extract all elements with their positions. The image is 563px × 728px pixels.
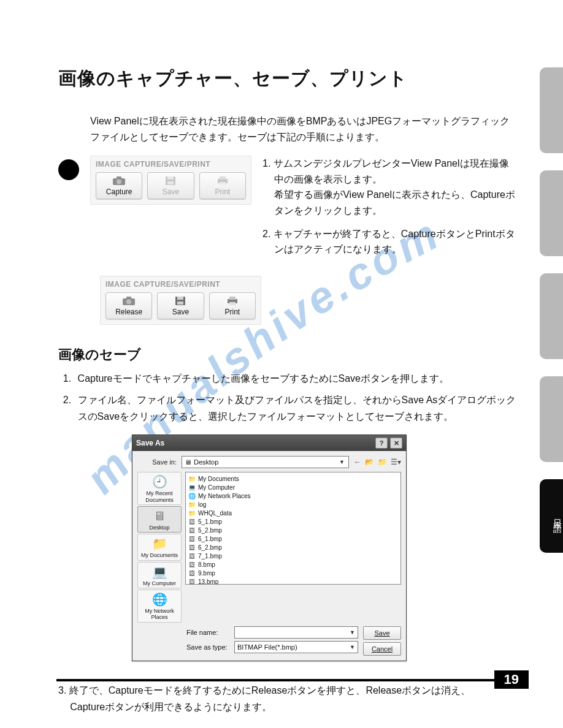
note-text: 3. 終了で、Captureモードを終了するためにReleaseボタンを押すと、… — [58, 682, 518, 699]
bullet-icon — [58, 159, 79, 180]
file-icon: 🖼 — [188, 536, 196, 542]
file-icon: 🖼 — [188, 578, 196, 585]
release-button[interactable]: Release — [105, 292, 152, 319]
footer-rule — [56, 679, 529, 681]
button-label: Print — [224, 308, 240, 316]
svg-rect-11 — [126, 297, 131, 299]
file-item[interactable]: 🖼8.bmp — [188, 560, 398, 569]
page-number: 19 — [494, 670, 529, 689]
file-name: 13.bmp — [198, 578, 218, 585]
up-icon[interactable]: 📂 — [365, 458, 374, 466]
places-item[interactable]: 🖥Desktop — [137, 506, 182, 533]
chevron-down-icon: ▼ — [338, 459, 346, 465]
step-text: 1. サムスンデジタルプレゼンターView Panelは現在撮像中の画像を表示し… — [262, 156, 518, 187]
printer-icon — [226, 295, 239, 306]
new-folder-icon[interactable]: 📁 — [378, 458, 387, 466]
file-name: My Computer — [198, 484, 235, 491]
file-item[interactable]: 📁WHQL_data — [188, 509, 398, 517]
place-label: My Documents — [141, 552, 178, 558]
capture-button[interactable]: Capture — [96, 172, 142, 199]
side-tab-active: 日本語 — [540, 479, 563, 553]
file-item[interactable]: 🖼7_1.bmp — [188, 552, 398, 560]
toolbar-title: IMAGE CAPTURE/SAVE/PRINT — [103, 279, 258, 292]
dialog-title-bar: Save As ? ✕ — [132, 435, 406, 451]
save-heading: 画像のセーブ — [58, 346, 518, 364]
save-button[interactable]: Save — [147, 172, 194, 199]
svg-rect-2 — [117, 176, 121, 179]
place-icon: 🌐 — [139, 593, 180, 607]
file-item[interactable]: 🖼5_2.bmp — [188, 526, 398, 534]
file-icon: 🖼 — [188, 544, 196, 551]
button-label: Print — [215, 188, 230, 196]
file-name: 5_1.bmp — [198, 518, 222, 525]
file-item[interactable]: 🖼6_1.bmp — [188, 534, 398, 543]
svg-point-12 — [126, 299, 131, 304]
places-item[interactable]: 💻My Computer — [137, 562, 182, 588]
file-item[interactable]: 🌐My Network Places — [188, 491, 398, 500]
print-button[interactable]: Print — [199, 172, 246, 199]
file-icon: 🖼 — [188, 518, 196, 525]
intro-text: View Panelに現在表示された現在撮像中の画像をBMPあるいはJPEGフォ… — [90, 113, 518, 145]
places-bar: 🕘My Recent Documents🖥Desktop📁My Document… — [137, 472, 182, 622]
print-button[interactable]: Print — [209, 292, 256, 319]
file-item[interactable]: 💻My Computer — [188, 483, 398, 491]
floppy-icon — [164, 175, 177, 186]
close-button[interactable]: ✕ — [390, 438, 402, 449]
button-label: Save — [163, 188, 179, 196]
savetype-label: Save as type: — [186, 643, 231, 651]
file-icon: 🖼 — [188, 553, 196, 559]
places-item[interactable]: 📁My Documents — [137, 534, 182, 560]
file-name: 9.bmp — [198, 570, 215, 577]
dialog-save-button[interactable]: Save — [363, 626, 401, 640]
places-item[interactable]: 🌐My Network Places — [137, 590, 182, 623]
save-in-combo[interactable]: 🖥 Desktop ▼ — [182, 456, 349, 468]
list-item: ファイル名、ファイルフォーマット及びファイルパスを指定し、それからSave As… — [74, 392, 518, 425]
dialog-title: Save As — [136, 439, 164, 447]
toolbar-capture-save-print: IMAGE CAPTURE/SAVE/PRINT Capture Save — [90, 156, 251, 205]
dialog-cancel-button[interactable]: Cancel — [363, 642, 401, 656]
button-label: Release — [115, 308, 142, 316]
filename-label: File name: — [186, 629, 231, 636]
place-label: My Network Places — [145, 608, 174, 620]
save-as-dialog: Save As ? ✕ Save in: 🖥 Desktop ▼ ← — [132, 434, 407, 661]
place-label: My Recent Documents — [145, 490, 174, 502]
file-item[interactable]: 📁log — [188, 500, 398, 509]
help-button[interactable]: ? — [375, 438, 388, 449]
camera-icon — [112, 175, 126, 186]
file-item[interactable]: 📁My Documents — [188, 474, 398, 483]
file-item[interactable]: 🖼6_2.bmp — [188, 543, 398, 552]
note-text: Captureボタンが利用できるようになります。 — [58, 699, 518, 715]
savetype-value: BITMAP File(*.bmp) — [237, 643, 297, 651]
desktop-icon: 🖥 — [185, 458, 191, 466]
file-icon: 🖼 — [188, 527, 196, 534]
svg-rect-5 — [167, 176, 174, 180]
toolbar-title: IMAGE CAPTURE/SAVE/PRINT — [93, 159, 248, 172]
final-note: 3. 終了で、Captureモードを終了するためにReleaseボタンを押すと、… — [58, 682, 518, 715]
file-list[interactable]: 📁My Documents💻My Computer🌐My Network Pla… — [185, 472, 401, 585]
file-item[interactable]: 🖼9.bmp — [188, 569, 398, 577]
side-tab — [540, 67, 563, 153]
views-icon[interactable]: ☰▾ — [391, 458, 401, 466]
svg-rect-8 — [220, 176, 226, 180]
svg-rect-15 — [177, 301, 183, 305]
filename-input[interactable]: ▼ — [234, 626, 358, 639]
file-icon: 📁 — [188, 510, 196, 517]
file-icon: 📁 — [188, 501, 196, 508]
places-item[interactable]: 🕘My Recent Documents — [137, 472, 182, 505]
file-icon: 💻 — [188, 484, 196, 491]
place-icon: 🖥 — [139, 509, 180, 523]
back-icon[interactable]: ← — [354, 458, 361, 466]
svg-point-3 — [117, 180, 121, 184]
toolbar-release-save-print: IMAGE CAPTURE/SAVE/PRINT Release Save — [100, 276, 261, 325]
button-label: Save — [172, 308, 189, 316]
file-item[interactable]: 🖼13.bmp — [188, 577, 398, 585]
place-icon: 💻 — [139, 565, 180, 579]
file-name: 6_2.bmp — [198, 544, 222, 551]
step-text: 2. キャプチャーが終了すると、CaptureボタンとPrintボタンはアクティ… — [262, 226, 518, 257]
side-tab — [540, 170, 563, 256]
save-button[interactable]: Save — [157, 292, 204, 319]
svg-rect-6 — [167, 181, 174, 184]
svg-rect-9 — [220, 182, 226, 185]
file-item[interactable]: 🖼5_1.bmp — [188, 517, 398, 526]
savetype-combo[interactable]: BITMAP File(*.bmp) ▼ — [234, 641, 358, 653]
